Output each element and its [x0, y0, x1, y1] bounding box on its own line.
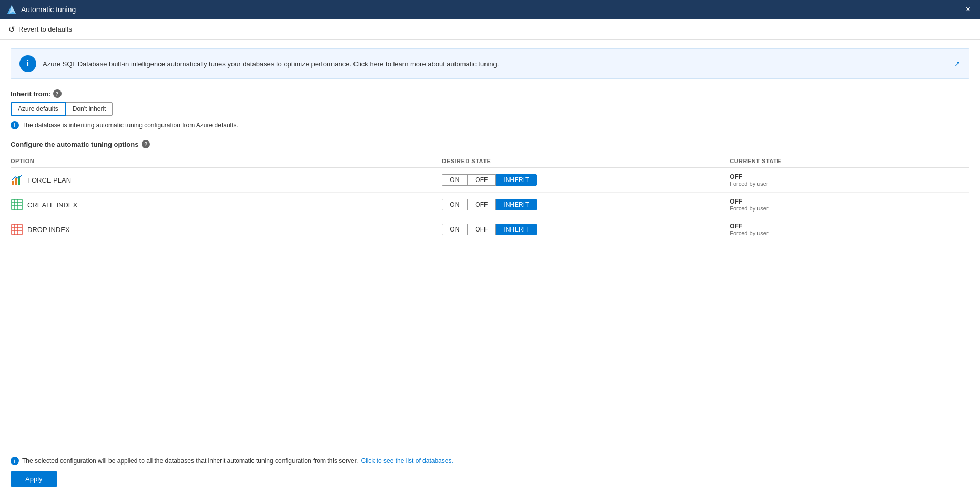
svg-rect-3 — [15, 178, 17, 185]
force-plan-toggle-group: ON OFF INHERIT — [442, 174, 725, 186]
inherit-label-text: Inherit from: — [11, 90, 51, 98]
option-cell-drop-index: DROP INDEX — [11, 217, 442, 242]
configure-section-label: Configure the automatic tuning options ? — [11, 140, 969, 148]
main-content: i Azure SQL Database built-in intelligen… — [0, 40, 980, 450]
info-banner-text: Azure SQL Database built-in intelligence… — [43, 60, 499, 68]
drop-index-label: DROP INDEX — [27, 226, 70, 234]
inherit-section-label: Inherit from: ? — [11, 89, 969, 98]
table-row: DROP INDEX ON OFF INHERIT OFF Forced by … — [11, 217, 969, 242]
col-header-desired: DESIRED STATE — [442, 155, 730, 168]
option-cell-force-plan: FORCE PLAN — [11, 168, 442, 193]
current-state-cell-create-index: OFF Forced by user — [730, 193, 969, 217]
info-banner: i Azure SQL Database built-in intelligen… — [11, 48, 969, 79]
info-banner-left: i Azure SQL Database built-in intelligen… — [19, 55, 499, 72]
drop-index-current-state: OFF Forced by user — [730, 223, 965, 236]
table-row: CREATE INDEX ON OFF INHERIT OFF Forced b… — [11, 193, 969, 217]
create-index-inherit-button[interactable]: INHERIT — [496, 199, 537, 210]
drop-index-off-button[interactable]: OFF — [467, 224, 496, 235]
force-plan-inherit-button[interactable]: INHERIT — [496, 174, 537, 186]
create-index-off-button[interactable]: OFF — [467, 199, 496, 210]
drop-index-on-button[interactable]: ON — [442, 224, 467, 235]
create-index-label: CREATE INDEX — [27, 201, 77, 209]
revert-defaults-button[interactable]: ↺ Revert to defaults — [8, 25, 72, 34]
inherit-button-group: Azure defaults Don't inherit — [11, 102, 969, 116]
force-plan-state-value: OFF — [730, 173, 965, 180]
bottom-info-text: The selected configuration will be appli… — [22, 457, 358, 465]
current-state-cell-force-plan: OFF Forced by user — [730, 168, 969, 193]
create-index-toggle-group: ON OFF INHERIT — [442, 199, 725, 210]
table-header-row: OPTION DESIRED STATE CURRENT STATE — [11, 155, 969, 168]
drop-index-toggle-group: ON OFF INHERIT — [442, 224, 725, 235]
desired-state-cell-drop-index: ON OFF INHERIT — [442, 217, 730, 242]
option-cell-create-index: CREATE INDEX — [11, 193, 442, 217]
drop-index-icon — [11, 223, 23, 236]
configure-label-text: Configure the automatic tuning options — [11, 140, 138, 148]
table-row: FORCE PLAN ON OFF INHERIT OFF Forced by … — [11, 168, 969, 193]
apply-button[interactable]: Apply — [11, 471, 57, 487]
force-plan-current-state: OFF Forced by user — [730, 173, 965, 187]
revert-icon: ↺ — [8, 25, 15, 34]
bottom-info-icon: i — [11, 457, 19, 465]
drop-index-state-note: Forced by user — [730, 230, 965, 236]
title-bar: Automatic tuning × — [0, 0, 980, 19]
create-index-state-note: Forced by user — [730, 205, 965, 212]
desired-state-cell-create-index: ON OFF INHERIT — [442, 193, 730, 217]
force-plan-on-button[interactable]: ON — [442, 174, 467, 186]
desired-state-cell-force-plan: ON OFF INHERIT — [442, 168, 730, 193]
drop-index-state-value: OFF — [730, 223, 965, 230]
inherit-info-text: The database is inheriting automatic tun… — [22, 122, 238, 129]
tuning-table: OPTION DESIRED STATE CURRENT STATE FORCE… — [11, 155, 969, 242]
azure-defaults-button[interactable]: Azure defaults — [11, 102, 66, 116]
databases-link[interactable]: Click to see the list of databases. — [361, 457, 453, 465]
inherit-info-icon: i — [11, 121, 19, 129]
force-plan-state-note: Forced by user — [730, 180, 965, 187]
svg-rect-2 — [12, 181, 14, 185]
configure-help-icon[interactable]: ? — [142, 140, 150, 148]
dont-inherit-button[interactable]: Don't inherit — [66, 102, 113, 116]
drop-index-inherit-button[interactable]: INHERIT — [496, 224, 537, 235]
inherit-help-icon[interactable]: ? — [53, 89, 62, 98]
force-plan-label: FORCE PLAN — [27, 176, 71, 184]
svg-rect-5 — [12, 199, 22, 210]
svg-rect-10 — [12, 224, 22, 235]
current-state-cell-drop-index: OFF Forced by user — [730, 217, 969, 242]
create-index-state-value: OFF — [730, 198, 965, 205]
create-index-on-button[interactable]: ON — [442, 199, 467, 210]
force-plan-off-button[interactable]: OFF — [467, 174, 496, 186]
col-header-current: CURRENT STATE — [730, 155, 969, 168]
col-header-option: OPTION — [11, 155, 442, 168]
force-plan-icon — [11, 174, 23, 186]
bottom-bar: i The selected configuration will be app… — [0, 450, 980, 493]
window-title: Automatic tuning — [21, 5, 76, 14]
revert-label: Revert to defaults — [18, 25, 72, 33]
create-index-icon — [11, 198, 23, 211]
info-banner-icon: i — [19, 55, 36, 72]
inherit-info: i The database is inheriting automatic t… — [11, 121, 969, 129]
toolbar: ↺ Revert to defaults — [0, 19, 980, 40]
title-bar-left: Automatic tuning — [6, 4, 76, 15]
azure-icon — [6, 4, 17, 15]
external-link-icon[interactable]: ↗ — [954, 59, 961, 68]
bottom-info: i The selected configuration will be app… — [11, 457, 969, 465]
close-button[interactable]: × — [963, 3, 974, 16]
create-index-current-state: OFF Forced by user — [730, 198, 965, 212]
